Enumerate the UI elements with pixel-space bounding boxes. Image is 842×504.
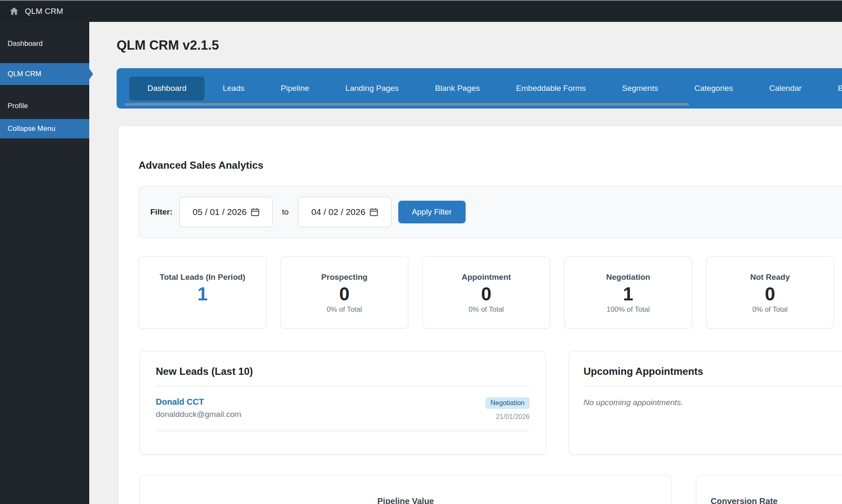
lead-name-link[interactable]: Donald CCT [156, 397, 241, 407]
tab-booking[interactable]: Booking [820, 77, 842, 101]
calendar-icon[interactable] [370, 208, 378, 216]
topbar-brand[interactable]: QLM CRM [25, 7, 63, 16]
tab-calendar[interactable]: Calendar [751, 77, 820, 101]
stat-card-not-ready: Not Ready 0 0% of Total [706, 256, 834, 329]
analytics-heading: Advanced Sales Analytics [139, 159, 264, 171]
sidebar-item-profile[interactable]: Profile [0, 97, 89, 115]
stat-value: 1 [197, 284, 208, 305]
stat-card-appointment: Appointment 0 0% of Total [422, 256, 550, 329]
conversion-rate-card: Conversion Rate [696, 475, 842, 504]
stat-card-negotiation: Negotiation 1 100% of Total [564, 256, 692, 329]
stat-value: 1 [623, 284, 633, 305]
tab-categories[interactable]: Categories [676, 77, 751, 101]
main-navbar: Dashboard Leads Pipeline Landing Pages B… [117, 68, 842, 109]
tab-blank-pages[interactable]: Blank Pages [417, 77, 498, 101]
sidebar-item-collapse-menu[interactable]: Collapse Menu [0, 119, 89, 138]
tab-leads[interactable]: Leads [205, 77, 263, 101]
tab-dashboard[interactable]: Dashboard [129, 77, 205, 101]
tab-pipeline[interactable]: Pipeline [263, 77, 328, 101]
tab-landing-pages[interactable]: Landing Pages [327, 77, 417, 101]
nav-tab-list: Dashboard Leads Pipeline Landing Pages B… [117, 68, 842, 109]
lead-row: Donald CCT donaldduck@gmail.com Negotiat… [156, 397, 530, 431]
appointments-heading: Upcoming Appointments [584, 366, 842, 386]
tab-segments[interactable]: Segments [604, 77, 677, 101]
dashboard-panel: Advanced Sales Analytics Filter: 05 / 01… [118, 125, 842, 504]
conversion-rate-title: Conversion Rate [711, 496, 842, 504]
pipeline-value-card: Pipeline Value [139, 475, 672, 504]
admin-sidebar: Dashboard QLM CRM Profile Collapse Menu [0, 22, 89, 504]
calendar-icon[interactable] [251, 208, 259, 216]
top-admin-bar: QLM CRM [0, 0, 842, 22]
page-title: QLM CRM v2.1.5 [117, 38, 219, 53]
filter-label: Filter: [150, 207, 173, 217]
pipeline-value-title: Pipeline Value [140, 496, 671, 504]
stat-card-total-leads: Total Leads (In Period) 1 [139, 256, 266, 329]
upcoming-appointments-card: Upcoming Appointments No upcoming appoin… [569, 351, 842, 455]
stat-card-prospecting: Prospecting 0 0% of Total [280, 256, 408, 329]
date-filter-bar: Filter: 05 / 01 / 2026 to 04 / 02 / 2026 [139, 186, 842, 238]
stat-value: 0 [339, 284, 349, 305]
stat-value: 0 [481, 284, 491, 305]
stat-value: 0 [765, 284, 775, 305]
lead-status-badge: Negotiation [485, 397, 530, 409]
apply-filter-button[interactable]: Apply Filter [398, 201, 466, 223]
new-leads-card: New Leads (Last 10) Donald CCT donaldduc… [139, 351, 546, 455]
new-leads-heading: New Leads (Last 10) [156, 366, 530, 386]
nav-horizontal-scrollbar[interactable] [125, 103, 689, 106]
sidebar-item-dashboard[interactable]: Dashboard [0, 34, 89, 53]
date-from-input[interactable]: 05 / 01 / 2026 [179, 197, 273, 227]
stats-row: Total Leads (In Period) 1 Prospecting 0 … [139, 256, 834, 329]
lead-date: 21/01/2026 [496, 413, 530, 421]
appointments-empty-message: No upcoming appointments. [584, 398, 842, 407]
home-icon[interactable] [9, 7, 19, 16]
date-to-input[interactable]: 04 / 02 / 2026 [298, 197, 392, 227]
sidebar-item-qlm-crm[interactable]: QLM CRM [0, 63, 89, 85]
filter-to-label: to [282, 207, 289, 217]
lead-email: donaldduck@gmail.com [156, 410, 241, 419]
tab-embeddable-forms[interactable]: Embeddable Forms [498, 77, 604, 101]
